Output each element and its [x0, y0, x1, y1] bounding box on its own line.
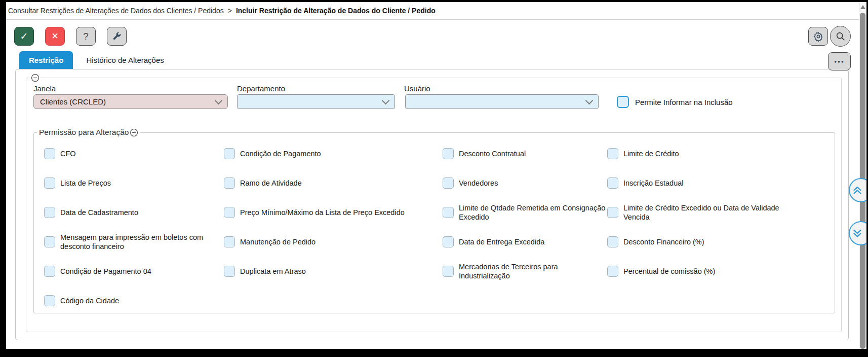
double-chevron-up-icon [852, 185, 863, 196]
vertical-scrollbar[interactable] [859, 2, 866, 349]
permission-item: Limite de Crédito [607, 139, 835, 168]
janela-label: Janela [33, 84, 228, 93]
permite-informar-checkbox[interactable] [617, 96, 629, 108]
permission-item: Inscrição Estadual [607, 168, 835, 198]
permission-item: Preço Mínimo/Máximo da Lista de Preço Ex… [224, 198, 443, 227]
permission-checkbox[interactable] [44, 207, 55, 218]
permission-checkbox[interactable] [443, 207, 454, 218]
permission-label: Lista de Preços [60, 178, 111, 188]
permission-label: Manutenção de Pedido [240, 237, 315, 246]
permission-item: Vendedores [443, 168, 607, 198]
permission-label: Preço Mínimo/Máximo da Lista de Preço Ex… [240, 208, 405, 217]
double-chevron-down-icon [852, 228, 863, 239]
more-options-button[interactable]: ●●● [828, 52, 851, 70]
permite-informar-field: Permite Informar na Inclusão [617, 95, 733, 109]
permission-checkbox[interactable] [224, 148, 235, 159]
confirm-button[interactable]: ✓ [14, 27, 34, 46]
permission-item: Desconto Contratual [443, 139, 607, 168]
collapse-group-button[interactable] [29, 74, 41, 82]
permission-label: Inscrição Estadual [623, 178, 683, 188]
permission-label: Vendedores [459, 178, 498, 188]
permission-checkbox[interactable] [607, 236, 618, 247]
toolbar: ✓ ✕ ? [6, 27, 866, 47]
permission-label: Código da Cidade [60, 296, 119, 305]
settings-button[interactable] [808, 27, 828, 46]
permission-item: Manutenção de Pedido [224, 227, 443, 257]
chevron-down-icon [382, 96, 390, 104]
permission-label: Mensagem para impressão em boletos com d… [60, 233, 205, 251]
scroll-to-bottom-button[interactable] [849, 221, 868, 245]
permission-label: Mercadorias de Terceiros para Industrial… [459, 262, 607, 280]
departamento-select[interactable] [237, 94, 395, 109]
departamento-label: Departamento [237, 84, 395, 93]
tab-historico-de-alteracoes[interactable]: Histórico de Alterações [73, 51, 177, 69]
permission-label: Limite de Qtdade Remetida em Consignação… [459, 203, 607, 222]
question-icon: ? [83, 31, 89, 42]
permission-item: Condição de Pagamento [224, 139, 443, 168]
permission-checkbox[interactable] [224, 266, 235, 277]
permission-checkbox[interactable] [224, 207, 235, 218]
toolbar-right-group [808, 27, 851, 47]
permite-informar-label: Permite Informar na Inclusão [635, 98, 733, 106]
permission-item: Duplicata em Atraso [224, 257, 443, 286]
permission-checkbox[interactable] [44, 236, 55, 247]
tab-content-panel: Janela Clientes (CRCLED) Departamento [15, 69, 849, 340]
permission-checkbox[interactable] [224, 236, 235, 247]
permission-checkbox[interactable] [607, 207, 618, 218]
permission-checkbox[interactable] [607, 266, 618, 277]
breadcrumb-current: Incluir Restrição de Alteração de Dados … [236, 7, 436, 15]
ellipsis-icon: ●●● [834, 59, 845, 64]
permission-checkbox[interactable] [607, 177, 618, 189]
permission-label: Percentual de comissão (%) [623, 267, 715, 276]
permission-item: Código da Cidade [44, 286, 224, 315]
permission-item: CFO [44, 139, 224, 168]
search-button[interactable] [830, 26, 851, 47]
janela-select[interactable]: Clientes (CRCLED) [33, 94, 228, 109]
tab-restricao[interactable]: Restrição [19, 51, 73, 69]
permission-label: Ramo de Atividade [240, 178, 302, 188]
scroll-to-top-button[interactable] [849, 178, 868, 202]
permission-item: Data de Entrega Excedida [443, 227, 607, 257]
permission-checkbox[interactable] [443, 236, 454, 247]
usuario-select[interactable] [405, 94, 599, 109]
gear-icon [813, 31, 823, 42]
cancel-button[interactable]: ✕ [45, 27, 65, 46]
help-button[interactable]: ? [76, 27, 96, 46]
wrench-icon [112, 31, 122, 41]
breadcrumb-parent[interactable]: Consultar Restrições de Alterações de Da… [8, 7, 224, 15]
permission-checkbox[interactable] [443, 148, 454, 159]
permission-checkbox[interactable] [44, 266, 55, 277]
usuario-label: Usuário [404, 84, 599, 93]
permission-checkbox[interactable] [44, 148, 55, 159]
permission-item: Mercadorias de Terceiros para Industrial… [443, 257, 607, 286]
collapse-fieldset-button[interactable] [130, 128, 138, 137]
scrollbar-up-arrow[interactable] [860, 5, 865, 9]
permission-label: Limite de Crédito Excedido ou Data de Va… [623, 203, 780, 222]
usuario-field: Usuário [404, 84, 599, 109]
search-icon [835, 31, 846, 42]
permission-checkbox[interactable] [443, 266, 454, 277]
filters-row: Janela Clientes (CRCLED) Departamento [26, 78, 841, 109]
permission-label: Desconto Contratual [459, 149, 526, 158]
permission-checkbox[interactable] [44, 177, 55, 189]
permission-item: Desconto Financeiro (%) [607, 227, 835, 257]
permission-label: Data de Entrega Excedida [459, 237, 544, 246]
check-icon: ✓ [20, 30, 28, 42]
tools-button[interactable] [107, 27, 127, 46]
permission-label: Limite de Crédito [623, 149, 679, 158]
chevron-down-icon [585, 96, 594, 104]
permissions-legend-text: Permissão para Alteração [39, 128, 129, 137]
permission-label: Duplicata em Atraso [240, 267, 306, 276]
permission-checkbox[interactable] [607, 148, 618, 159]
permission-checkbox[interactable] [44, 295, 55, 306]
permission-checkbox[interactable] [224, 177, 235, 189]
janela-field: Janela Clientes (CRCLED) [33, 84, 228, 109]
breadcrumb-separator: > [228, 7, 232, 15]
permission-item: Ramo de Atividade [224, 168, 443, 198]
permission-item: Condição de Pagamento 04 [44, 257, 224, 286]
window-frame: Consultar Restrições de Alterações de Da… [0, 0, 868, 357]
permission-label: CFO [60, 149, 76, 158]
permissions-legend: Permissão para Alteração [37, 128, 140, 137]
permission-label: Condição de Pagamento 04 [60, 267, 151, 276]
permission-checkbox[interactable] [443, 177, 454, 189]
